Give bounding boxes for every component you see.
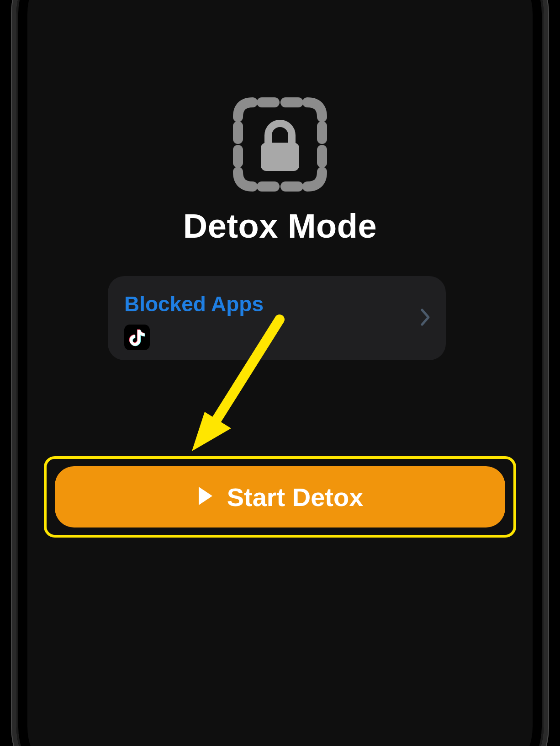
svg-marker-2 bbox=[192, 412, 231, 451]
blocked-apps-title: Blocked Apps bbox=[124, 292, 264, 316]
phone-screen: Detox Mode Blocked Apps bbox=[27, 0, 533, 746]
blocked-apps-card[interactable]: Blocked Apps bbox=[108, 276, 446, 360]
phone-inner-frame: Detox Mode Blocked Apps bbox=[16, 0, 544, 746]
start-detox-label: Start Detox bbox=[227, 482, 364, 512]
play-icon bbox=[197, 486, 214, 508]
blocked-apps-list bbox=[124, 325, 150, 350]
phone-frame: Detox Mode Blocked Apps bbox=[11, 0, 549, 746]
page-title: Detox Mode bbox=[27, 207, 533, 245]
tiktok-icon bbox=[124, 325, 150, 350]
svg-rect-0 bbox=[261, 143, 299, 171]
chevron-right-icon bbox=[420, 308, 431, 328]
start-detox-button[interactable]: Start Detox bbox=[55, 466, 505, 528]
start-detox-highlight: Start Detox bbox=[44, 456, 516, 538]
lock-in-frame-icon bbox=[230, 94, 330, 197]
